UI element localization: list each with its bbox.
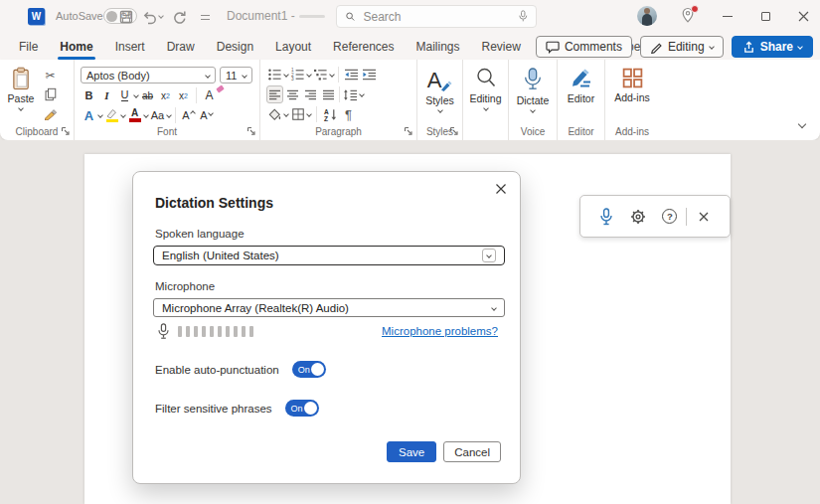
- tab-references[interactable]: References: [322, 33, 405, 60]
- paragraph-dialog-launcher[interactable]: [404, 126, 413, 136]
- tab-mailings[interactable]: Mailings: [405, 33, 470, 60]
- font-size-combobox[interactable]: 11: [220, 67, 252, 84]
- format-painter-button[interactable]: [42, 106, 59, 121]
- auto-punctuation-toggle[interactable]: On: [292, 361, 326, 378]
- justify-button[interactable]: [320, 85, 337, 103]
- editing-mode-button[interactable]: Editing: [640, 36, 724, 58]
- italic-button[interactable]: I: [98, 86, 115, 104]
- maximize-button[interactable]: [748, 0, 782, 33]
- decrease-indent-button[interactable]: [343, 66, 360, 84]
- editor-group-label: Editor: [558, 126, 604, 137]
- multilevel-list-button[interactable]: [312, 66, 329, 84]
- shading-chevron-icon[interactable]: [283, 111, 289, 117]
- spoken-language-dropdown-button[interactable]: [482, 249, 496, 262]
- tab-home[interactable]: Home: [49, 33, 103, 60]
- font-color-button[interactable]: A: [126, 106, 143, 124]
- paste-button[interactable]: Paste: [0, 65, 42, 121]
- mic-level-row: [157, 323, 257, 340]
- tab-draw[interactable]: Draw: [156, 33, 206, 60]
- microphone-problems-link[interactable]: Microphone problems?: [382, 325, 498, 337]
- grow-font-arrow-icon: [190, 110, 196, 116]
- shrink-font-button[interactable]: A: [198, 106, 215, 124]
- undo-button[interactable]: [139, 7, 159, 27]
- quick-access-menu-icon[interactable]: [195, 7, 215, 27]
- strikethrough-button[interactable]: ab: [139, 86, 156, 104]
- align-right-button[interactable]: [302, 85, 319, 103]
- clear-formatting-button[interactable]: A: [201, 86, 218, 104]
- styles-dialog-launcher[interactable]: [449, 126, 459, 136]
- dictation-mic-button[interactable]: [594, 202, 619, 232]
- highlight-chevron-icon[interactable]: [120, 112, 126, 118]
- notification-pin-icon[interactable]: [680, 7, 698, 26]
- align-left-button[interactable]: [266, 85, 283, 103]
- cut-button[interactable]: ✂: [42, 68, 59, 83]
- dictation-close-button[interactable]: [691, 202, 716, 232]
- highlight-button[interactable]: [103, 106, 120, 124]
- show-formatting-marks-button[interactable]: ¶: [340, 105, 357, 123]
- title-bar: W AutoSave Off Document1 -: [0, 0, 820, 33]
- tab-review[interactable]: Review: [471, 33, 532, 60]
- spoken-language-select[interactable]: English (United States): [153, 246, 505, 265]
- tab-design[interactable]: Design: [206, 33, 264, 60]
- word-app-icon[interactable]: W: [28, 8, 45, 25]
- dictate-button[interactable]: Dictate: [509, 65, 557, 112]
- search-mic-icon[interactable]: [518, 9, 529, 24]
- numbering-button[interactable]: 1 2 3: [289, 66, 306, 84]
- grow-font-button[interactable]: A: [180, 106, 197, 124]
- font-dialog-launcher[interactable]: [246, 126, 256, 136]
- comments-button[interactable]: Comments: [536, 36, 632, 58]
- subscript-button[interactable]: x2: [157, 86, 174, 104]
- tab-insert[interactable]: Insert: [104, 33, 156, 60]
- text-effects-chevron-icon[interactable]: [97, 112, 103, 118]
- mic-level-segment: [234, 326, 238, 337]
- microphone-value: Microphone Array (Realtek(R) Audio): [162, 302, 349, 314]
- underline-chevron-icon[interactable]: [133, 92, 139, 98]
- line-spacing-button[interactable]: [342, 85, 359, 103]
- shading-button[interactable]: [266, 105, 283, 123]
- font-name-combobox[interactable]: Aptos (Body): [81, 67, 216, 84]
- dictation-settings-button[interactable]: [626, 202, 651, 232]
- underline-button[interactable]: U: [116, 86, 133, 104]
- minimize-button[interactable]: [711, 0, 744, 33]
- borders-chevron-icon[interactable]: [306, 111, 312, 117]
- save-button[interactable]: [116, 7, 136, 27]
- share-button[interactable]: Share: [732, 36, 813, 58]
- save-dialog-button[interactable]: Save: [387, 441, 436, 462]
- change-case-button[interactable]: Aa: [149, 106, 166, 124]
- styles-button[interactable]: A Styles: [417, 65, 462, 112]
- undo-dropdown-chevron-icon[interactable]: [158, 13, 164, 19]
- copy-button[interactable]: [42, 86, 59, 101]
- align-center-button[interactable]: [284, 85, 301, 103]
- addins-button[interactable]: Add-ins: [605, 65, 659, 103]
- line-spacing-chevron-icon[interactable]: [359, 91, 365, 97]
- microphone-select[interactable]: Microphone Array (Realtek(R) Audio): [153, 298, 505, 317]
- redo-button[interactable]: [169, 7, 189, 27]
- editing-button[interactable]: Editing: [463, 65, 508, 110]
- multilevel-chevron-icon[interactable]: [329, 72, 335, 78]
- font-color-chevron-icon[interactable]: [143, 112, 149, 118]
- text-effects-button[interactable]: A: [81, 106, 97, 124]
- search-input[interactable]: [364, 10, 518, 24]
- increase-indent-button[interactable]: [361, 66, 378, 84]
- superscript-button[interactable]: x2: [175, 86, 192, 104]
- dialog-close-button[interactable]: [491, 179, 511, 199]
- user-avatar[interactable]: [637, 6, 657, 26]
- dictation-help-button[interactable]: ?: [658, 202, 683, 232]
- tab-file[interactable]: File: [8, 33, 49, 60]
- window-close-button[interactable]: [786, 0, 820, 33]
- borders-button[interactable]: [289, 105, 306, 123]
- search-box[interactable]: [336, 5, 537, 28]
- numbering-chevron-icon[interactable]: [306, 72, 312, 78]
- clipboard-dialog-launcher[interactable]: [61, 126, 71, 136]
- tab-layout[interactable]: Layout: [264, 33, 322, 60]
- collapse-ribbon-chevron-icon[interactable]: [798, 120, 806, 128]
- mic-level-segment: [218, 326, 222, 337]
- cancel-dialog-button[interactable]: Cancel: [443, 441, 501, 462]
- bullets-button[interactable]: [266, 66, 283, 84]
- change-case-chevron-icon[interactable]: [166, 112, 172, 118]
- sort-button[interactable]: A Z: [322, 105, 339, 123]
- bullets-chevron-icon[interactable]: [283, 72, 289, 78]
- filter-phrases-toggle[interactable]: On: [285, 400, 319, 417]
- editor-button[interactable]: Editor: [558, 65, 604, 104]
- bold-button[interactable]: B: [81, 86, 97, 104]
